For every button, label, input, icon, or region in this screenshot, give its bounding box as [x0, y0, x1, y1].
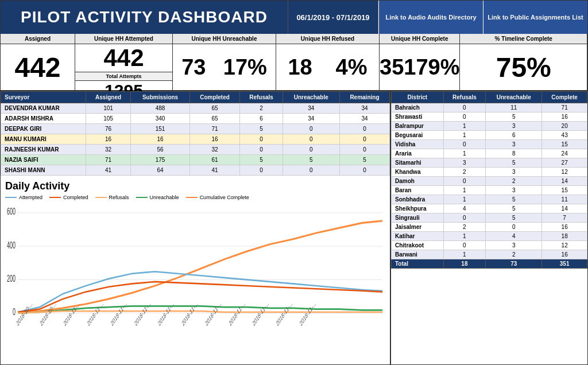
district-cell: 15	[542, 140, 587, 149]
table-row: RAJNEESH KUMAR325632000	[1, 145, 390, 155]
svg-text:2018-11-...: 2018-11-...	[157, 300, 175, 328]
district-cell: 16	[542, 223, 587, 232]
district-cell: 4	[486, 232, 542, 241]
link-audio-audits[interactable]: Link to Audio Audits Directory	[378, 1, 483, 34]
district-name: Singrauli	[392, 213, 444, 223]
district-cell: 12	[542, 241, 587, 250]
col-completed: Completed	[189, 92, 240, 103]
activity-chart-svg: 600 400 200 0	[5, 203, 385, 360]
surveyor-cell: 34	[283, 103, 339, 114]
unique-hh-unreachable-block: Unique HH Unreachable 73 17%	[173, 34, 276, 90]
district-cell: 1	[443, 195, 485, 204]
surveyor-name: SHASHI MANN	[1, 165, 86, 176]
district-cell: 0	[443, 103, 485, 112]
legend-item: Completed	[49, 195, 88, 200]
district-cell: 1	[443, 232, 485, 241]
unique-hh-complete-block: Unique HH Complete 351 79%	[380, 34, 460, 90]
table-row: Balrampur1320	[392, 122, 587, 131]
svg-text:2018-11-...: 2018-11-...	[110, 300, 128, 328]
col-assigned: Assigned	[86, 92, 131, 103]
chart-legend: AttemptedCompletedRefusalsUnreachableCum…	[5, 195, 385, 200]
district-name: Katihar	[392, 232, 444, 241]
surveyor-cell: 5	[283, 155, 339, 165]
surveyor-cell: 34	[283, 114, 339, 124]
district-cell: 3	[486, 122, 542, 131]
col-surveyor: Surveyor	[1, 92, 86, 103]
surveyor-cell: 340	[131, 114, 189, 124]
surveyor-cell: 76	[86, 124, 131, 134]
legend-label: Refusals	[109, 195, 129, 200]
legend-label: Completed	[63, 195, 88, 200]
district-cell: 351	[542, 259, 587, 269]
district-cell: 1	[443, 250, 485, 259]
surveyor-cell: 71	[189, 124, 240, 134]
surveyor-name: MANU KUMARI	[1, 134, 86, 145]
surveyor-cell: 16	[86, 134, 131, 145]
table-row: Damoh0214	[392, 177, 587, 186]
unique-hh-refused-label: Unique HH Refused	[276, 34, 379, 44]
table-row: MANU KUMARI161616000	[1, 134, 390, 145]
district-cell: 1	[443, 122, 485, 131]
surveyor-cell: 2	[240, 103, 283, 114]
district-name: Shrawasti	[392, 112, 444, 122]
assigned-value: 442	[1, 44, 75, 90]
district-name: Sitamarhi	[392, 158, 444, 168]
district-name: Vidisha	[392, 140, 444, 149]
main-content: Surveyor Assigned Submissions Completed …	[1, 91, 587, 364]
surveyor-cell: 0	[240, 134, 283, 145]
table-row: NAZIA SAIFI7117561555	[1, 155, 390, 165]
district-name: Sheikhpura	[392, 204, 444, 213]
surveyor-cell: 0	[339, 145, 389, 155]
link-public-label: Link to Public Assignments List	[488, 13, 583, 21]
surveyor-name: ADARSH MISHRA	[1, 114, 86, 124]
district-cell: 43	[542, 131, 587, 140]
surveyor-cell: 0	[339, 165, 389, 176]
district-cell: 0	[443, 112, 485, 122]
header-date: 06/1/2019 - 07/1/2019	[288, 1, 378, 34]
district-cell: 5	[486, 112, 542, 122]
district-name: Baran	[392, 186, 444, 195]
district-cell: 4	[443, 204, 485, 213]
surveyor-cell: 0	[283, 124, 339, 134]
district-name: Araria	[392, 149, 444, 158]
surveyor-cell: 56	[131, 145, 189, 155]
district-cell: 27	[542, 158, 587, 168]
refused-num: 18	[288, 55, 312, 80]
district-name: Jaisalmer	[392, 223, 444, 232]
surveyor-cell: 41	[86, 165, 131, 176]
district-cell: 14	[542, 204, 587, 213]
dashboard: PILOT ACTIVITY DASHBOARD 06/1/2019 - 07/…	[0, 0, 588, 365]
district-cell: 8	[486, 149, 542, 158]
col-dist-refusals: Refusals	[443, 92, 485, 103]
district-cell: 1	[443, 149, 485, 158]
district-cell: 11	[542, 195, 587, 204]
district-name: Total	[392, 259, 444, 269]
table-row: Vidisha0315	[392, 140, 587, 149]
surveyor-cell: 101	[86, 103, 131, 114]
district-cell: 5	[486, 204, 542, 213]
link-public-assignments[interactable]: Link to Public Assignments List	[483, 1, 587, 34]
district-name: Khandwa	[392, 168, 444, 177]
district-cell: 18	[443, 259, 485, 269]
district-cell: 15	[542, 186, 587, 195]
table-row: Begusarai1643	[392, 131, 587, 140]
pct-timeline-block: % Timeline Complete 75%	[460, 34, 587, 90]
unique-hh-complete-label: Unique HH Complete	[380, 34, 459, 44]
svg-text:2018-11-...: 2018-11-...	[181, 300, 199, 328]
total-attempts-label: Total Attempts	[75, 72, 172, 81]
district-cell: 0	[443, 241, 485, 250]
svg-text:2018-11-...: 2018-11-...	[134, 300, 152, 328]
daily-activity-section: Daily Activity AttemptedCompletedRefusal…	[1, 176, 390, 364]
legend-label: Attempted	[19, 195, 42, 200]
district-cell: 24	[542, 149, 587, 158]
table-row: Shrawasti0516	[392, 112, 587, 122]
district-name: Chitrakoot	[392, 241, 444, 250]
unreachable-pct: 17%	[223, 55, 267, 80]
district-cell: 71	[542, 103, 587, 112]
district-cell: 1	[443, 186, 485, 195]
table-row: Sonbhadra1511	[392, 195, 587, 204]
district-cell: 3	[443, 158, 485, 168]
table-row: Total1873351	[392, 259, 587, 269]
surveyor-cell: 65	[189, 114, 240, 124]
svg-text:600: 600	[7, 206, 16, 216]
